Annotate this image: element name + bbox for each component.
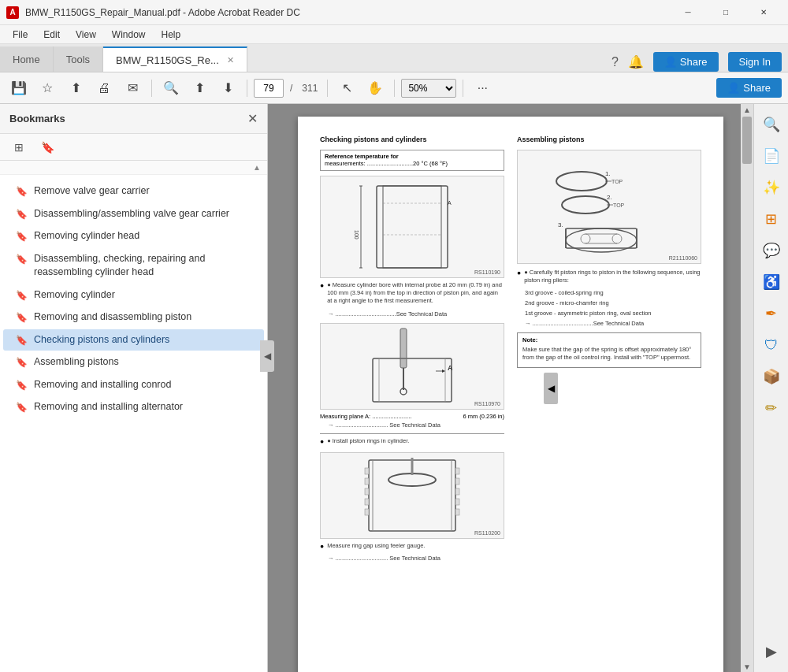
bookmark-item-b10[interactable]: 🔖 Removing and installing alternator (3, 396, 264, 418)
bell-icon[interactable]: 🔔 (628, 54, 644, 69)
compress-tool[interactable]: 📦 (757, 362, 786, 391)
probe-instruction: ● ● Measure cylinder bore with internal … (320, 281, 504, 307)
pdf-export-tool[interactable]: 📄 (757, 142, 786, 170)
bookmark-icon-b6: 🔖 (16, 312, 28, 323)
bookmark-item-b8[interactable]: 🔖 Assembling pistons (3, 351, 264, 373)
svg-rect-0 (377, 186, 448, 268)
svg-rect-15 (373, 358, 452, 402)
sidebar-expand-all[interactable]: 🔖 (36, 138, 58, 157)
scrollbar-thumb[interactable] (742, 117, 752, 164)
maximize-button[interactable]: □ (708, 0, 744, 25)
tab-home[interactable]: Home (0, 46, 54, 72)
separator-2 (247, 80, 247, 97)
separator-1 (151, 80, 152, 97)
cursor-tool[interactable]: ↖ (334, 76, 359, 100)
menu-view[interactable]: View (69, 28, 102, 42)
piston-rings-diagram: 1. TOP 2. TOP (517, 150, 701, 264)
svg-point-48 (612, 234, 622, 243)
bookmark-item-b5[interactable]: 🔖 Removing cylinder (3, 284, 264, 306)
measure-a-label: Measuring plane A: .....................… (320, 413, 411, 421)
install-rings: ● ● Install piston rings in cylinder. (320, 437, 504, 447)
window-controls: ─ □ ✕ (670, 0, 782, 25)
bookmark-item-b3[interactable]: 🔖 Removing cylinder head (3, 225, 264, 247)
print-button[interactable]: 🖨 (91, 76, 117, 100)
bookmark-text-b7: Checking pistons and cylinders (34, 333, 169, 347)
bookmark-item-b4[interactable]: 🔖 Disassembling, checking, repairing and… (3, 248, 264, 284)
share-toolbar-button[interactable]: 👤 Share (716, 78, 782, 98)
tab-tools[interactable]: Tools (54, 46, 103, 72)
email-button[interactable]: ✉ (120, 76, 145, 100)
bookmark-text-b3: Removing cylinder head (34, 229, 139, 243)
bookmark-item-b9[interactable]: 🔖 Removing and installing conrod (3, 374, 264, 396)
ring-order-2: 2nd groove - micro-chamfer ring (525, 299, 701, 307)
sidebar-close-button[interactable]: ✕ (247, 111, 258, 126)
titlebar: A BMW_R1150GS_Repair_Manual.pdf - Adobe … (0, 0, 788, 25)
menu-file[interactable]: File (6, 28, 34, 42)
pdf-columns: Checking pistons and cylinders Reference… (320, 136, 701, 565)
next-page-button[interactable]: ⬇ (215, 76, 240, 100)
protect-tool[interactable]: 🛡 (757, 331, 786, 359)
svg-rect-1 (383, 186, 441, 268)
enhance-tool[interactable]: ✨ (757, 173, 786, 202)
share-button[interactable]: 👤 Share (653, 52, 719, 72)
close-button[interactable]: ✕ (745, 0, 782, 25)
bookmark-item-b1[interactable]: 🔖 Remove valve gear carrier (3, 180, 264, 202)
bookmark-button[interactable]: ☆ (35, 76, 60, 100)
menu-window[interactable]: Window (106, 28, 152, 42)
bookmark-icon-b1: 🔖 (16, 186, 28, 197)
pdf-scrollbar[interactable]: ▲ ▼ (741, 104, 753, 672)
comment-tool[interactable]: 💬 (757, 236, 786, 265)
zoom-select[interactable]: 50% 75% 100% 150% (401, 79, 456, 98)
ref-temp-label: Reference temperature for (325, 153, 399, 160)
organize-tool[interactable]: ⊞ (757, 205, 786, 233)
bookmark-icon-b10: 🔖 (16, 402, 28, 413)
menu-help[interactable]: Help (155, 28, 188, 42)
expand-right-button[interactable]: ▶ (757, 637, 786, 666)
bookmark-item-b7[interactable]: 🔖 Checking pistons and cylinders (3, 329, 264, 351)
ring-diagram: RS110200 (320, 452, 504, 539)
bookmark-item-b2[interactable]: 🔖 Disassembling/assembling valve gear ca… (3, 203, 264, 225)
measure-a-value: 6 mm (0.236 in) (463, 413, 504, 421)
more-tools-button[interactable]: ··· (470, 76, 495, 100)
help-icon[interactable]: ? (611, 55, 619, 69)
sidebar-view-toggle[interactable]: ⊞ (8, 138, 30, 157)
scroll-up-indicator[interactable]: ▲ (253, 163, 261, 172)
svg-rect-16 (379, 358, 445, 402)
svg-marker-19 (442, 369, 445, 373)
page-number-input[interactable] (254, 79, 284, 98)
menu-edit[interactable]: Edit (37, 28, 66, 42)
ref-temp-value: measurements: ..........................… (325, 160, 448, 167)
tab-tools-label: Tools (66, 54, 90, 65)
ring-order-3: 1st groove - asymmetric piston ring, ova… (525, 310, 701, 317)
pdf-area[interactable]: ▲ ▼ ◀ Checking pistons and cylinders Ref… (268, 104, 753, 672)
redact-tool[interactable]: ✒ (757, 299, 786, 328)
tab-doc-label: BMW_R1150GS_Re... (116, 54, 219, 66)
scrollbar-up[interactable]: ▲ (741, 104, 753, 115)
zoom-in-tool[interactable]: 🔍 (757, 110, 786, 139)
bookmark-text-b9: Removing and installing conrod (34, 378, 171, 392)
zoom-out-button[interactable]: 🔍 (158, 76, 184, 100)
sign-in-button[interactable]: Sign In (728, 52, 782, 72)
minimize-button[interactable]: ─ (670, 0, 706, 25)
tab-close-icon[interactable]: ✕ (227, 55, 234, 65)
page-left-arrow[interactable]: ◀ (544, 373, 558, 404)
svg-text:100: 100 (354, 230, 359, 239)
sidebar-collapse-arrow[interactable]: ◀ (260, 340, 274, 372)
tab-doc[interactable]: BMW_R1150GS_Re... ✕ (103, 46, 247, 72)
accessibility-tool[interactable]: ♿ (757, 268, 786, 296)
page-count: 311 (302, 83, 318, 94)
svg-point-38 (562, 196, 609, 213)
sidebar-title: Bookmarks (9, 113, 241, 124)
pdf-page: Checking pistons and cylinders Reference… (298, 117, 723, 672)
upload-button[interactable]: ⬆ (63, 76, 88, 100)
cylinder-svg: 100 A (353, 180, 471, 274)
edit-tool[interactable]: ✏ (757, 394, 786, 422)
bookmark-item-b6[interactable]: 🔖 Removing and disassembling piston (3, 306, 264, 329)
scrollbar-down[interactable]: ▼ (741, 661, 753, 672)
save-button[interactable]: 💾 (6, 76, 32, 100)
svg-rect-26 (365, 509, 369, 515)
probe-text: ● Measure cylinder bore with internal pr… (327, 281, 504, 305)
prev-page-button[interactable]: ⬆ (187, 76, 212, 100)
svg-rect-27 (455, 468, 459, 474)
hand-tool[interactable]: ✋ (362, 76, 388, 100)
